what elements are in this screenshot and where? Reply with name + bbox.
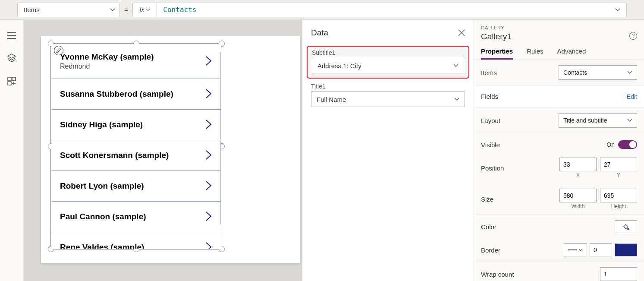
size-height-input[interactable]	[600, 189, 637, 202]
subtitle-field-value: Address 1: City	[317, 62, 361, 69]
gallery-row[interactable]: Susanna Stubberod (sample)	[51, 79, 221, 110]
chevron-down-icon	[627, 118, 632, 123]
chevron-right-icon[interactable]	[205, 55, 213, 68]
prop-fields-label: Fields	[481, 93, 498, 100]
help-icon[interactable]: ?	[629, 32, 637, 40]
subtitle-field-dropdown[interactable]: Address 1: City	[312, 58, 464, 73]
height-label: Height	[600, 203, 637, 209]
layers-icon[interactable]	[7, 54, 16, 62]
prop-position-label: Position	[481, 164, 504, 172]
gallery-row[interactable]: Sidney Higa (sample)	[51, 110, 221, 140]
gallery-scrollbar[interactable]	[220, 52, 221, 224]
formula-bar: Items = fx Contacts	[0, 0, 644, 20]
chevron-right-icon[interactable]	[205, 241, 213, 249]
chevron-right-icon[interactable]	[205, 119, 213, 131]
chevron-down-icon	[146, 8, 150, 12]
position-y-input[interactable]	[600, 158, 637, 171]
wrap-count-input[interactable]	[600, 267, 637, 281]
control-type-label: GALLERY	[481, 25, 637, 30]
property-dropdown[interactable]: Items	[17, 3, 120, 17]
gallery-row-title: Rene Valdes (sample)	[60, 243, 144, 249]
gallery-row[interactable]: Scott Konersmann (sample)	[51, 140, 221, 171]
title-field-label: Title1	[311, 83, 465, 90]
gallery-row[interactable]: Yvonne McKay (sample)Redmond	[51, 44, 221, 79]
gallery-row-title: Scott Konersmann (sample)	[60, 151, 169, 160]
tab-advanced[interactable]: Advanced	[557, 47, 586, 60]
chevron-down-icon	[454, 97, 459, 102]
properties-panel: GALLERY Gallery1 ? Properties Rules Adva…	[474, 20, 644, 281]
gallery-row-title: Susanna Stubberod (sample)	[60, 89, 173, 99]
prop-items-dropdown[interactable]: Contacts	[559, 65, 637, 80]
gallery-row-title: Yvonne McKay (sample)	[60, 52, 154, 62]
prop-size: Size Width Height	[474, 183, 644, 215]
insert-icon[interactable]	[7, 77, 16, 85]
chevron-down-icon	[453, 63, 459, 68]
gallery-row-title: Sidney Higa (sample)	[60, 120, 143, 129]
chevron-down-icon	[110, 7, 115, 13]
canvas[interactable]: Yvonne McKay (sample)RedmondSusanna Stub…	[24, 20, 302, 281]
prop-position: Position X Y	[474, 156, 644, 183]
property-dropdown-label: Items	[24, 6, 40, 13]
subtitle-field-highlight: Subtitle1 Address 1: City	[307, 46, 469, 79]
color-picker-button[interactable]	[615, 220, 637, 233]
gallery-row-title: Paul Cannon (sample)	[60, 212, 146, 221]
x-label: X	[559, 172, 597, 178]
title-field-dropdown[interactable]: Full Name	[311, 92, 465, 107]
prop-wrap-count: Wrap count	[474, 262, 644, 281]
prop-border: Border	[474, 238, 644, 262]
prop-visible: Visible On	[474, 133, 644, 156]
chevron-down-icon	[578, 248, 583, 252]
fill-icon	[622, 223, 629, 230]
formula-text: Contacts	[163, 6, 196, 14]
position-x-input[interactable]	[559, 158, 597, 171]
fx-button[interactable]: fx	[132, 3, 157, 17]
control-name: Gallery1	[481, 32, 512, 41]
chevron-right-icon[interactable]	[205, 88, 213, 101]
prop-items-value: Contacts	[563, 69, 587, 76]
data-panel: Data Subtitle1 Address 1: City Title1 Fu…	[302, 20, 474, 281]
hamburger-icon[interactable]	[7, 32, 16, 39]
gallery-row[interactable]: Paul Cannon (sample)	[51, 202, 221, 232]
chevron-right-icon[interactable]	[205, 211, 213, 223]
tab-rules[interactable]: Rules	[527, 47, 543, 60]
app-screen: Yvonne McKay (sample)RedmondSusanna Stub…	[41, 36, 300, 263]
chevron-down-icon	[627, 70, 632, 75]
chevron-right-icon[interactable]	[205, 149, 213, 162]
main-area: Yvonne McKay (sample)RedmondSusanna Stub…	[0, 20, 644, 281]
gallery-row[interactable]: Robert Lyon (sample)	[51, 171, 221, 202]
border-style-dropdown[interactable]	[564, 243, 587, 256]
data-panel-title: Data	[311, 28, 328, 38]
prop-layout-dropdown[interactable]: Title and subtitle	[559, 113, 637, 128]
prop-color-label: Color	[481, 223, 496, 230]
chevron-down-icon	[615, 7, 620, 13]
chevron-right-icon[interactable]	[205, 180, 213, 193]
title-field-value: Full Name	[317, 96, 346, 103]
prop-fields-edit-link[interactable]: Edit	[627, 93, 637, 100]
prop-layout-value: Title and subtitle	[563, 117, 607, 124]
svg-rect-1	[12, 77, 16, 81]
border-width-input[interactable]	[590, 243, 612, 256]
prop-color: Color	[474, 215, 644, 238]
prop-border-label: Border	[481, 246, 500, 254]
prop-layout-label: Layout	[481, 117, 500, 124]
tab-properties[interactable]: Properties	[481, 47, 513, 60]
close-icon[interactable]	[458, 29, 465, 36]
prop-items-label: Items	[481, 69, 497, 76]
prop-fields: Fields Edit	[474, 85, 644, 108]
properties-tabs: Properties Rules Advanced	[474, 41, 644, 60]
prop-size-label: Size	[481, 196, 493, 203]
y-label: Y	[600, 172, 637, 178]
prop-visible-value: On	[606, 141, 615, 148]
formula-input[interactable]: Contacts	[157, 3, 627, 17]
gallery-row[interactable]: Rene Valdes (sample)	[51, 232, 221, 249]
prop-wrap-label: Wrap count	[481, 271, 514, 278]
border-color-picker[interactable]	[615, 243, 637, 256]
edit-template-icon[interactable]	[54, 46, 63, 55]
size-width-input[interactable]	[559, 189, 597, 202]
gallery-control[interactable]: Yvonne McKay (sample)RedmondSusanna Stub…	[51, 44, 221, 249]
visible-toggle[interactable]	[618, 140, 637, 149]
svg-rect-2	[8, 82, 11, 85]
equals-label: =	[124, 6, 128, 14]
prop-items: Items Contacts	[474, 60, 644, 85]
prop-layout: Layout Title and subtitle	[474, 108, 644, 133]
